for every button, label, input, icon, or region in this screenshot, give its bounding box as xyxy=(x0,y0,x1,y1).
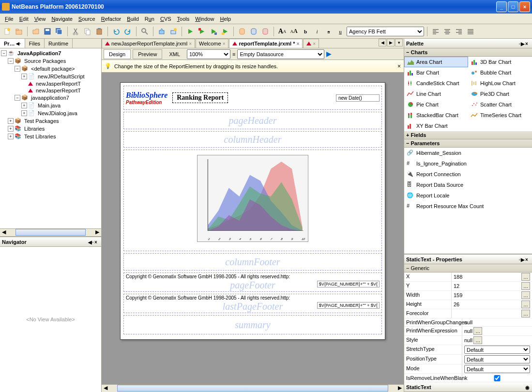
prop-edit-button[interactable]: … xyxy=(521,291,530,299)
db2-button[interactable] xyxy=(248,26,259,37)
xml-tab[interactable]: XML xyxy=(164,50,185,59)
close-icon[interactable]: × xyxy=(189,41,192,46)
strike-button[interactable]: a xyxy=(323,26,334,37)
find-button[interactable] xyxy=(139,26,150,37)
copy-button[interactable] xyxy=(82,26,93,37)
menu-window[interactable]: Window xyxy=(192,15,217,23)
prop-edit-button[interactable]: … xyxy=(473,327,482,335)
palette-area-chart[interactable]: Area Chart xyxy=(404,57,468,67)
editor-tab-2[interactable]: Welcome× xyxy=(196,39,229,48)
pagenum-field[interactable]: $V{PAGE_NUMBER}+"" + $V{ xyxy=(317,281,380,287)
debug-main-button[interactable] xyxy=(220,26,230,37)
tab-prev-button[interactable]: ◀ xyxy=(379,39,386,46)
static-text-element[interactable]: Ranking Report xyxy=(172,92,228,103)
report-designer[interactable]: BiblioSphere PathwayEdition Ranking Repo… xyxy=(102,73,404,384)
db3-button[interactable] xyxy=(260,26,271,37)
param-datasource[interactable]: 🗄Report Data Source xyxy=(404,180,532,190)
param-locale[interactable]: 🌐Report Locale xyxy=(404,190,532,201)
palette-bubble-chart[interactable]: Bubble Chart xyxy=(468,67,532,78)
maximize-button[interactable]: □ xyxy=(508,1,518,12)
clean-build-button[interactable] xyxy=(168,26,179,37)
menu-edit[interactable]: Edit xyxy=(16,15,31,23)
prop-edit-button[interactable]: … xyxy=(521,301,530,308)
logo-text[interactable]: BiblioSphere xyxy=(126,91,167,100)
copyright-text[interactable]: Copyright © Genomatix Software GmbH 1998… xyxy=(126,295,290,301)
save-all-button[interactable] xyxy=(54,26,64,37)
pagenum-field[interactable]: $V{PAGE_NUMBER}+"" + $V{ xyxy=(317,302,380,309)
close-icon[interactable]: × xyxy=(525,257,530,262)
copyright-text[interactable]: Copyright © Genomatix Software GmbH 1998… xyxy=(126,274,290,279)
close-icon[interactable]: × xyxy=(94,240,99,244)
prop-removeline-checkbox[interactable] xyxy=(464,375,530,381)
palette-timeseries-chart[interactable]: TimeSeries Chart xyxy=(468,110,532,121)
palette-pie-chart[interactable]: Pie Chart xyxy=(404,99,468,110)
menu-view[interactable]: View xyxy=(31,15,49,23)
design-tab[interactable]: Design xyxy=(104,49,131,59)
palette-pie3d-chart[interactable]: Pie3D Chart xyxy=(468,89,532,99)
run-main-button[interactable] xyxy=(208,26,219,37)
cut-button[interactable] xyxy=(71,26,81,37)
summary-band[interactable]: summary xyxy=(123,315,382,334)
menu-build[interactable]: Build xyxy=(124,15,141,23)
menu-refactor[interactable]: Refactor xyxy=(98,15,124,23)
text-small-button[interactable]: AA xyxy=(289,26,299,37)
close-icon[interactable]: × xyxy=(296,41,299,46)
menu-file[interactable]: File xyxy=(2,15,16,23)
close-button[interactable]: × xyxy=(519,1,530,12)
lastpagefooter-band[interactable]: Copyright © Genomatix Software GmbH 1998… xyxy=(123,294,382,313)
prop-positiontype-select[interactable]: Default xyxy=(464,355,530,363)
run-report-button[interactable]: ▶ xyxy=(326,50,336,59)
minimize-icon[interactable]: ▫▶ xyxy=(519,257,524,262)
new-file-button[interactable] xyxy=(2,26,13,37)
prop-edit-button[interactable]: … xyxy=(521,282,530,290)
prop-edit-button[interactable]: … xyxy=(521,310,530,317)
palette-bar-chart[interactable]: Bar Chart xyxy=(404,67,468,78)
detail-band[interactable]: 12345678910 xyxy=(123,150,382,251)
bold-button[interactable]: b xyxy=(300,26,311,37)
datasource-select[interactable]: Empty Datasource xyxy=(237,49,324,59)
palette-cat-params[interactable]: − Parameters xyxy=(404,139,532,148)
align-justify-button[interactable] xyxy=(465,26,476,37)
menu-run[interactable]: Run xyxy=(142,15,157,23)
preview-tab[interactable]: Preview xyxy=(133,49,162,59)
runtime-tab[interactable]: Runtime xyxy=(45,39,73,48)
run-button[interactable] xyxy=(185,26,196,37)
new-project-button[interactable] xyxy=(14,26,24,37)
prop-mode-select[interactable]: Default xyxy=(464,365,530,373)
close-icon[interactable]: × xyxy=(313,41,316,46)
italic-button[interactable]: i xyxy=(312,26,322,37)
prop-height-input[interactable] xyxy=(454,302,520,307)
prop-x-input[interactable] xyxy=(454,274,520,280)
palette-3dbar-chart[interactable]: 3D Bar Chart xyxy=(468,57,532,67)
prop-edit-button[interactable]: … xyxy=(473,336,482,344)
minimize-icon[interactable]: ▫▶ xyxy=(519,41,524,46)
palette-line-chart[interactable]: Line Chart xyxy=(404,89,468,99)
tab-list-button[interactable]: ▾ xyxy=(395,39,403,46)
save-button[interactable] xyxy=(42,26,53,37)
align-right-button[interactable] xyxy=(454,26,464,37)
minimize-button[interactable]: _ xyxy=(496,1,507,12)
editor-tab-1[interactable]: newJasperReportTemplate.jrxml× xyxy=(102,39,195,48)
font-select[interactable]: Agency FB Fett xyxy=(347,27,424,36)
menu-help[interactable]: Help xyxy=(217,15,234,23)
align-left-button[interactable] xyxy=(430,26,441,37)
help-icon[interactable]: ◉ xyxy=(525,385,530,390)
align-center-button[interactable] xyxy=(442,26,453,37)
text-normal-button[interactable]: AA xyxy=(277,26,288,37)
hint-close-button[interactable]: × xyxy=(397,63,401,70)
columnfooter-band[interactable]: columnFooter xyxy=(123,253,382,271)
date-field[interactable]: new Date() xyxy=(336,94,380,102)
minimize-icon[interactable]: ◀▫ xyxy=(88,240,93,244)
project-tree[interactable]: −☕JavaApplication7 −📦Source Packages −📦<… xyxy=(0,48,101,228)
chart-element[interactable]: 12345678910 xyxy=(197,155,308,242)
param-ignore-pagination[interactable]: #Is_Ignore_Pagination xyxy=(404,158,532,169)
underline-button[interactable]: u xyxy=(335,26,346,37)
param-connection[interactable]: 🔌Report Connection xyxy=(404,169,532,180)
undo-button[interactable] xyxy=(111,26,122,37)
zoom-select[interactable]: 100% xyxy=(187,49,230,59)
palette-highlow-chart[interactable]: HighLow Chart xyxy=(468,78,532,89)
db-button[interactable] xyxy=(237,26,247,37)
pagefooter-band[interactable]: Copyright © Genomatix Software GmbH 1998… xyxy=(123,272,382,292)
menu-cvs[interactable]: CVS xyxy=(157,15,174,23)
param-hibernate[interactable]: 🔗Hibernate_Session xyxy=(404,148,532,158)
